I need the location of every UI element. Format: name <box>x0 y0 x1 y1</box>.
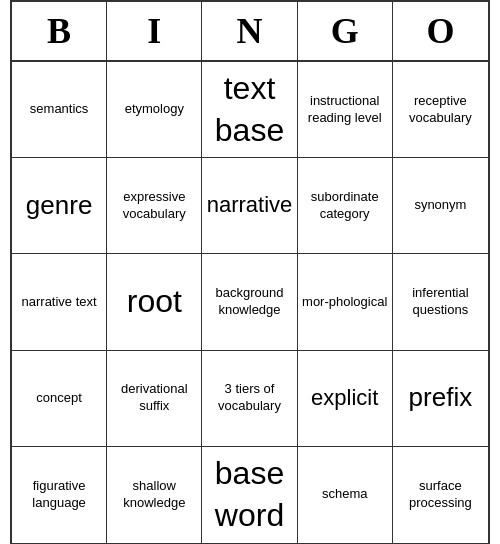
bingo-card: BINGO semanticsetymologytext baseinstruc… <box>10 0 490 544</box>
bingo-cell-11: root <box>107 254 202 350</box>
cell-text-19: prefix <box>409 381 473 415</box>
header-letter-B: B <box>12 2 107 60</box>
bingo-cell-14: inferential questions <box>393 254 488 350</box>
cell-text-18: explicit <box>311 384 378 413</box>
bingo-cell-21: shallow knowledge <box>107 447 202 543</box>
cell-text-0: semantics <box>30 101 89 118</box>
bingo-cell-17: 3 tiers of vocabulary <box>202 351 297 447</box>
bingo-cell-3: instructional reading level <box>298 62 393 158</box>
bingo-grid: semanticsetymologytext baseinstructional… <box>12 62 488 543</box>
bingo-cell-13: mor-phological <box>298 254 393 350</box>
cell-text-17: 3 tiers of vocabulary <box>206 381 292 415</box>
cell-text-16: derivational suffix <box>111 381 197 415</box>
cell-text-3: instructional reading level <box>302 93 388 127</box>
bingo-cell-5: genre <box>12 158 107 254</box>
bingo-cell-0: semantics <box>12 62 107 158</box>
header-letter-G: G <box>298 2 393 60</box>
cell-text-22: base word <box>206 453 292 536</box>
cell-text-21: shallow knowledge <box>111 478 197 512</box>
bingo-cell-18: explicit <box>298 351 393 447</box>
bingo-cell-4: receptive vocabulary <box>393 62 488 158</box>
bingo-cell-12: background knowledge <box>202 254 297 350</box>
header-letter-O: O <box>393 2 488 60</box>
bingo-cell-22: base word <box>202 447 297 543</box>
header-letter-I: I <box>107 2 202 60</box>
bingo-cell-10: narrative text <box>12 254 107 350</box>
cell-text-20: figurative language <box>16 478 102 512</box>
bingo-cell-19: prefix <box>393 351 488 447</box>
cell-text-2: text base <box>206 68 292 151</box>
bingo-cell-2: text base <box>202 62 297 158</box>
cell-text-15: concept <box>36 390 82 407</box>
bingo-cell-8: subordinate category <box>298 158 393 254</box>
bingo-cell-16: derivational suffix <box>107 351 202 447</box>
bingo-cell-6: expressive vocabulary <box>107 158 202 254</box>
bingo-cell-1: etymology <box>107 62 202 158</box>
cell-text-23: schema <box>322 486 368 503</box>
cell-text-11: root <box>127 281 182 323</box>
cell-text-6: expressive vocabulary <box>111 189 197 223</box>
header-letter-N: N <box>202 2 297 60</box>
cell-text-24: surface processing <box>397 478 484 512</box>
cell-text-5: genre <box>26 189 93 223</box>
bingo-cell-20: figurative language <box>12 447 107 543</box>
cell-text-8: subordinate category <box>302 189 388 223</box>
bingo-cell-23: schema <box>298 447 393 543</box>
cell-text-9: synonym <box>414 197 466 214</box>
bingo-cell-15: concept <box>12 351 107 447</box>
cell-text-12: background knowledge <box>206 285 292 319</box>
cell-text-7: narrative <box>207 191 293 220</box>
bingo-cell-9: synonym <box>393 158 488 254</box>
cell-text-13: mor-phological <box>302 294 387 311</box>
cell-text-10: narrative text <box>22 294 97 311</box>
bingo-header: BINGO <box>12 2 488 62</box>
bingo-cell-24: surface processing <box>393 447 488 543</box>
cell-text-1: etymology <box>125 101 184 118</box>
cell-text-4: receptive vocabulary <box>397 93 484 127</box>
bingo-cell-7: narrative <box>202 158 297 254</box>
cell-text-14: inferential questions <box>397 285 484 319</box>
